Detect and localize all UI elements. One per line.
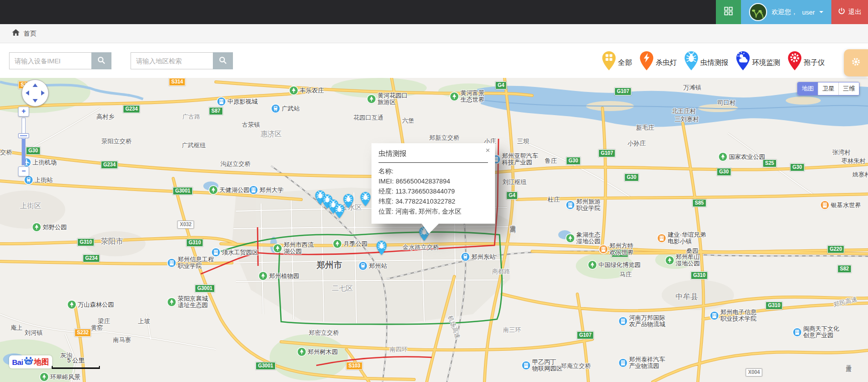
imei-search-button[interactable] [91,52,111,69]
poi-icon [290,86,298,94]
pan-down-icon[interactable] [33,99,38,103]
map-type-3d[interactable]: 三维 [838,82,859,95]
road-shield: X032 [177,221,194,229]
road-shield: G107 [577,331,594,339]
poi-label: 郑州大学 [260,187,284,194]
poi-label: 郑州东站 [471,254,495,260]
map-scale: 5 公里 [52,356,100,369]
map-canvas[interactable]: 郑州市惠济区金水区二七区上街区荥阳市中牟县荥阳立交桥广武枢纽沟赵立交桥花园口互通… [0,78,868,382]
map-label: 惠济区 [261,130,282,139]
map-poi: 中原影视城 [217,98,258,106]
close-icon[interactable]: × [485,146,490,154]
map-poi: 郑州亚帮汽车科技产业园 [492,153,538,166]
map-label: 沟赵立交桥 [220,160,251,168]
popup-field-value: 865650042837894 [396,177,450,185]
region-search-button[interactable] [213,52,233,69]
zoom-in-button[interactable] [18,107,29,117]
popup-field-label: IMEI: [379,177,394,185]
device-marker-pin[interactable] [360,192,371,207]
poi-icon [658,234,666,242]
popup-field-label: 名称: [379,167,394,175]
road-shield: S103 [346,362,362,370]
map-label: 黄窑 [91,324,103,332]
popup-fields: 名称:IMEI:865650042837894经度:113.7366503844… [379,166,488,217]
settings-panel-toggle[interactable] [844,49,868,76]
map-poi: 环翠峪风景 [40,373,80,381]
device-marker-pin[interactable] [343,194,354,209]
map-type-2d[interactable]: 地图 [798,82,818,95]
poi-label: 上街机场 [33,159,57,166]
map-poi: 郑州站 [359,262,387,270]
map-poi: 郑州植物园 [259,272,299,280]
poi-label: 中国绿化博览园 [598,262,641,268]
user-menu[interactable]: 欢迎您， user [741,0,831,24]
map-label: 三坝 [517,137,529,146]
pan-right-icon[interactable] [41,90,45,96]
map-type-switch: 地图卫星三维 [797,82,859,96]
poi-icon [250,186,258,194]
filter-pest-monitor[interactable]: 虫情测报 [684,51,729,71]
map-base-layer [0,78,868,382]
poi-icon [217,98,225,106]
poi-icon [259,272,267,280]
filter-spore-meter[interactable]: 孢子仪 [787,51,826,71]
road-shield: G310 [691,271,708,279]
imei-search-input[interactable] [9,52,91,69]
road-shield: G3001 [195,284,215,293]
map-poi: 郑州牟山湿地公园 [666,254,700,267]
popup-field: 名称: [379,166,488,176]
map-poi: 郑州大学 [250,186,284,194]
pan-up-icon[interactable] [33,83,38,87]
breadcrumb: 首页 [0,24,868,43]
road-shield: G234 [83,254,100,262]
poi-label: 象湖生态湿地公园 [576,232,600,245]
road-shield: G310 [766,302,783,310]
baidu-logo[interactable]: Bai du 地图 [9,355,52,368]
poi-icon [461,253,469,261]
poi-label: 郑州树木园 [308,349,338,355]
avatar [749,3,767,21]
map-label: 小孙庄 [628,139,646,148]
poi-icon [367,95,376,103]
zoom-out-button[interactable] [18,166,29,176]
map-label: 南四环 [390,345,408,354]
map-label: 张湾村 [832,148,850,157]
poi-label: 上街站 [35,177,53,183]
poi-label: 甲乙丙丁物联网园区 [532,359,562,372]
filter-env-monitor[interactable]: 环境监测 [735,51,781,71]
poi-icon [793,328,801,336]
map-poi: 银基水世界 [821,201,861,209]
filter-insect-lamp[interactable]: 杀虫灯 [639,51,678,71]
search-icon [97,56,105,66]
poi-icon [272,105,280,113]
road-shield: G310 [77,238,94,246]
poi-icon [168,298,176,306]
filter-all[interactable]: 全部 [601,51,633,71]
spore-meter-pin-icon [787,51,802,71]
poi-icon [274,244,282,252]
map-poi: 广武站 [272,105,300,113]
poi-label: 郑州电子信息职业技术学院 [720,309,757,322]
env-monitor-pin-icon [735,51,751,71]
logout-label: 退出 [848,8,861,17]
map-label: 桑园 [686,247,698,255]
region-search-input[interactable] [131,52,213,69]
map-label: 姚寨村 [852,170,868,179]
device-marker-pin[interactable] [376,240,387,255]
map-label: 花园口互通 [353,114,384,122]
poi-label: 月季公园 [343,241,367,247]
road-shield: S82 [837,265,851,273]
pan-left-icon[interactable] [26,90,29,96]
breadcrumb-home[interactable]: 首页 [24,29,37,38]
zoom-slider-handle[interactable] [18,133,29,138]
map-type-satellite[interactable]: 卫星 [818,82,838,95]
map-pan-control[interactable] [22,79,49,107]
popup-field-value: 113.7366503844079 [396,187,455,195]
zoom-slider-track[interactable] [22,118,26,165]
road-shield: G220 [827,245,844,253]
map-poi: 万山森林公园 [68,301,114,309]
poi-label: 银基水世界 [831,202,861,209]
map-poi: 黄河富景生态世界 [450,90,484,103]
apps-grid-button[interactable] [716,0,741,24]
logout-button[interactable]: 退出 [831,0,868,24]
